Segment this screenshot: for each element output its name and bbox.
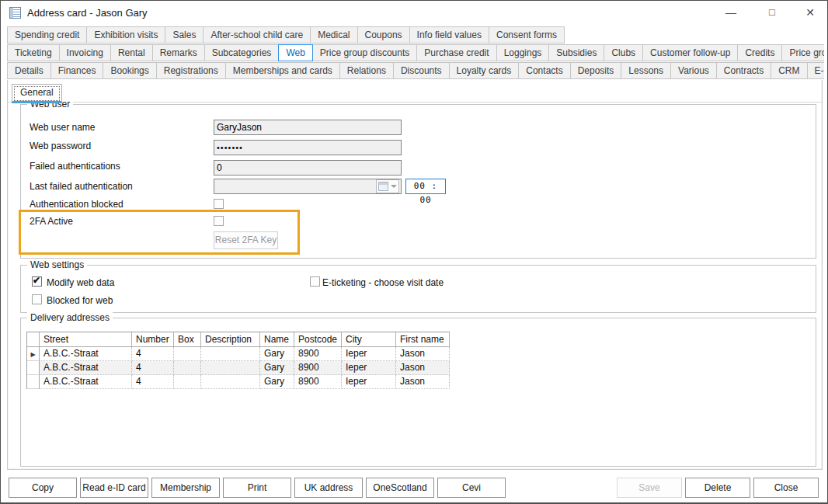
row-selector[interactable]: [27, 375, 40, 389]
table-row[interactable]: A.B.C.-Straat4Gary8900IeperJason: [27, 361, 450, 375]
tab-price-groups[interactable]: Price groups: [781, 44, 824, 61]
column-header-name[interactable]: Name: [260, 332, 294, 347]
cevi-button[interactable]: Cevi: [437, 478, 506, 498]
tab-contracts[interactable]: Contracts: [716, 62, 771, 79]
reset-2fa-key-button[interactable]: Reset 2FA Key: [214, 231, 278, 249]
uk-address-button[interactable]: UK address: [294, 478, 363, 498]
column-header-box[interactable]: Box: [174, 332, 201, 347]
delete-button[interactable]: Delete: [685, 478, 750, 498]
authentication-blocked-checkbox[interactable]: [214, 199, 224, 209]
cell-name: Gary: [260, 347, 294, 361]
tab-e-purse[interactable]: E-purse: [807, 62, 824, 79]
date-picker-dropdown-button[interactable]: [376, 179, 399, 193]
tab-spending-credit[interactable]: Spending credit: [7, 26, 87, 43]
onescotland-button[interactable]: OneScotland: [366, 478, 434, 498]
tfa-active-checkbox[interactable]: [214, 216, 224, 226]
save-button[interactable]: Save: [617, 478, 682, 498]
tab-finances[interactable]: Finances: [50, 62, 104, 79]
tab-customer-follow-up[interactable]: Customer follow-up: [642, 44, 738, 61]
tab-price-group-discounts[interactable]: Price group discounts: [312, 44, 417, 61]
address-card-icon: [9, 7, 21, 19]
column-header-postcode[interactable]: Postcode: [294, 332, 342, 347]
column-header-city[interactable]: City: [342, 332, 396, 347]
cell-name: Gary: [260, 361, 294, 375]
failed-authentications-label: Failed authentications: [30, 161, 204, 172]
membership-button[interactable]: Membership: [151, 478, 220, 498]
tab-sales[interactable]: Sales: [165, 26, 204, 43]
cell-street: A.B.C.-Straat: [40, 361, 132, 375]
tab-subcategories[interactable]: Subcategories: [204, 44, 280, 61]
tab-ticketing[interactable]: Ticketing: [7, 44, 60, 61]
modify-web-data-checkbox[interactable]: [32, 276, 42, 287]
tab-loyalty-cards[interactable]: Loyalty cards: [449, 62, 520, 79]
web-settings-group-title: Web settings: [27, 259, 87, 270]
cell-postcode: 8900: [294, 361, 342, 375]
cell-number: 4: [132, 361, 174, 375]
cell-street: A.B.C.-Straat: [40, 347, 132, 361]
column-header-street[interactable]: Street: [40, 332, 132, 347]
cell-description: [201, 347, 260, 361]
subtab-divider: [8, 102, 822, 103]
tab-bookings[interactable]: Bookings: [103, 62, 156, 79]
close-button[interactable]: Close: [753, 478, 819, 498]
blocked-for-web-label: Blocked for web: [47, 295, 113, 306]
cell-number: 4: [132, 375, 174, 389]
close-window-button[interactable]: ✕: [797, 1, 823, 24]
cell-first-name: Jason: [396, 375, 450, 389]
maximize-button[interactable]: □: [759, 1, 785, 24]
tab-after-school-child-care[interactable]: After-school child care: [203, 26, 311, 43]
column-header-first-name[interactable]: First name: [396, 332, 450, 347]
tab-remarks[interactable]: Remarks: [152, 44, 205, 61]
web-settings-groupbox: Web settings: [20, 265, 816, 313]
tab-credits[interactable]: Credits: [737, 44, 782, 61]
row-selector[interactable]: [27, 361, 40, 375]
tab-memberships-and-cards[interactable]: Memberships and cards: [225, 62, 340, 79]
tab-purchase-credit[interactable]: Purchase credit: [416, 44, 496, 61]
print-button[interactable]: Print: [223, 478, 291, 498]
row-selector[interactable]: ▶: [27, 347, 40, 361]
tab-consent-forms[interactable]: Consent forms: [489, 26, 565, 43]
tab-row-3: DetailsFinancesBookingsRegistrationsMemb…: [7, 62, 824, 80]
eticketing-label: E-ticketing - choose visit date: [322, 277, 444, 288]
tab-clubs[interactable]: Clubs: [604, 44, 643, 61]
tab-web[interactable]: Web: [278, 44, 312, 61]
title-bar: Address card - Jason Gary — □ ✕: [1, 1, 827, 25]
tab-crm[interactable]: CRM: [771, 62, 807, 79]
last-failed-time-input[interactable]: 00 : 00: [405, 179, 446, 194]
blocked-for-web-checkbox[interactable]: [32, 294, 42, 304]
tab-deposits[interactable]: Deposits: [570, 62, 622, 79]
table-row[interactable]: A.B.C.-Straat4Gary8900IeperJason: [27, 375, 450, 389]
tab-contacts[interactable]: Contacts: [518, 62, 570, 79]
failed-authentications-input[interactable]: 0: [214, 160, 402, 176]
web-password-input[interactable]: •••••••: [214, 140, 402, 155]
tab-lessons[interactable]: Lessons: [621, 62, 671, 79]
tab-discounts[interactable]: Discounts: [393, 62, 450, 79]
tab-general[interactable]: General: [12, 84, 62, 103]
column-header-number[interactable]: Number: [132, 332, 174, 347]
column-header-description[interactable]: Description: [201, 332, 260, 347]
tab-various[interactable]: Various: [670, 62, 717, 79]
tab-coupons[interactable]: Coupons: [357, 26, 410, 43]
tab-subsidies[interactable]: Subsidies: [548, 44, 604, 61]
tab-details[interactable]: Details: [7, 62, 51, 79]
eticketing-checkbox[interactable]: [310, 276, 320, 287]
web-user-name-input[interactable]: GaryJason: [214, 120, 402, 135]
tab-exhibition-visits[interactable]: Exhibition visits: [86, 26, 165, 43]
cell-city: Ieper: [342, 361, 396, 375]
cell-number: 4: [132, 347, 174, 361]
table-row[interactable]: ▶A.B.C.-Straat4Gary8900IeperJason: [27, 347, 450, 361]
last-failed-authentication-label: Last failed authentication: [30, 181, 204, 192]
tab-registrations[interactable]: Registrations: [156, 62, 226, 79]
tab-info-field-values[interactable]: Info field values: [409, 26, 489, 43]
copy-button[interactable]: Copy: [9, 478, 77, 498]
window-title: Address card - Jason Gary: [27, 7, 148, 19]
minimize-button[interactable]: —: [718, 1, 744, 24]
tab-loggings[interactable]: Loggings: [496, 44, 550, 61]
tab-medical[interactable]: Medical: [310, 26, 357, 43]
tab-invoicing[interactable]: Invoicing: [59, 44, 111, 61]
read-e-id-card-button[interactable]: Read e-ID card: [80, 478, 148, 498]
tab-rental[interactable]: Rental: [110, 44, 153, 61]
last-failed-authentication-input[interactable]: [214, 179, 402, 194]
tab-row-2: TicketingInvoicingRentalRemarksSubcatego…: [7, 44, 824, 62]
tab-relations[interactable]: Relations: [339, 62, 394, 79]
